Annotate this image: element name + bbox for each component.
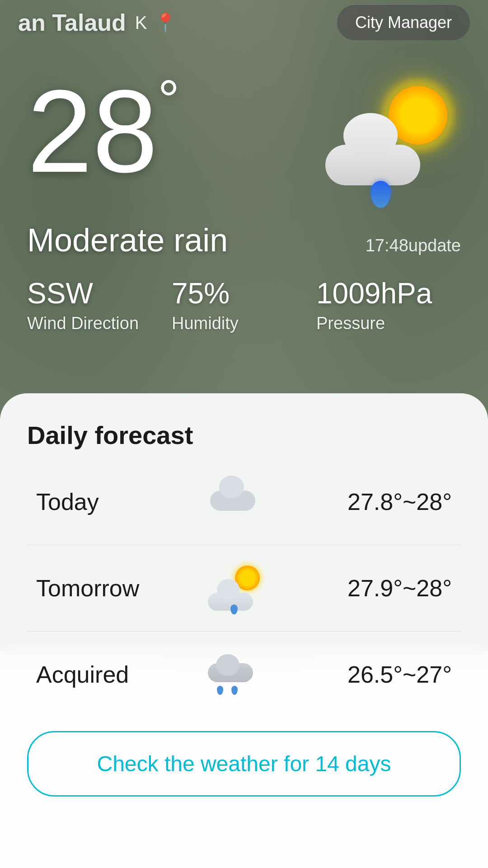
forecast-item-today: Today 27.8°~28° [27, 459, 461, 545]
temp-value: 28 [27, 66, 158, 197]
location-icon: 📍 [154, 12, 177, 33]
humidity-value: 75% [172, 277, 316, 310]
forecast-temp-today: 27.8°~28° [307, 488, 452, 515]
wind-direction-stat: SSW Wind Direction [27, 277, 172, 333]
forecast-icon-acquired [208, 652, 262, 697]
forecast-list: Today 27.8°~28° Tomorrow 27.9°~28° Acqui… [27, 459, 461, 717]
pc-drop-icon [230, 604, 238, 614]
forecast-item-tomorrow: Tomorrow 27.9°~28° [27, 545, 461, 632]
raindrop-icon [371, 181, 391, 208]
city-manager-button[interactable]: City Manager [337, 5, 470, 40]
wind-direction-label: Wind Direction [27, 314, 172, 333]
pressure-stat: 1009hPa Pressure [316, 277, 461, 333]
weather-main: 28° Moderate rain 17:48update SSW Wind D… [0, 54, 488, 351]
forecast-item-acquired: Acquired 26.5°~27° [27, 632, 461, 717]
weather-stats: SSW Wind Direction 75% Humidity 1009hPa … [27, 277, 461, 333]
temperature-display: 28° [27, 72, 179, 190]
rc-drop-2 [231, 686, 238, 695]
forecast-temp-acquired: 26.5°~27° [307, 661, 452, 688]
rc-drops-icon [217, 686, 238, 695]
check-14-days-button[interactable]: Check the weather for 14 days [27, 731, 461, 797]
pressure-label: Pressure [316, 314, 461, 333]
update-time: 17:48update [366, 236, 461, 255]
forecast-temp-tomorrow: 27.9°~28° [307, 575, 452, 602]
humidity-stat: 75% Humidity [172, 277, 316, 333]
rain-cloud-acquired-icon [208, 652, 262, 697]
rc-drop-1 [217, 686, 223, 695]
weather-icon-large [316, 81, 461, 208]
weather-desc-row: Moderate rain 17:48update [27, 222, 461, 259]
top-icons: K 📍 [135, 12, 177, 33]
forecast-day-acquired: Acquired [36, 661, 163, 688]
drop-shape [371, 181, 391, 208]
daily-forecast-title: Daily forecast [27, 420, 461, 450]
k-label: K [135, 13, 147, 33]
partly-cloudy-tomorrow-icon [208, 566, 262, 611]
cloud-today-icon [208, 479, 258, 511]
forecast-day-today: Today [36, 488, 163, 515]
wind-direction-value: SSW [27, 277, 172, 310]
forecast-icon-tomorrow [208, 566, 262, 611]
top-bar: an Talaud K 📍 City Manager [0, 0, 488, 45]
forecast-icon-today [208, 479, 262, 524]
bottom-card: Daily forecast Today 27.8°~28° Tomorrow … [0, 393, 488, 868]
cloud-icon [316, 127, 429, 185]
humidity-label: Humidity [172, 314, 316, 333]
weather-condition: Moderate rain [27, 222, 228, 259]
pressure-value: 1009hPa [316, 277, 461, 310]
city-name: an Talaud [18, 9, 126, 36]
city-name-area: an Talaud K 📍 [18, 9, 177, 36]
temp-weather-row: 28° [27, 72, 461, 208]
degree-symbol: ° [158, 69, 179, 130]
forecast-day-tomorrow: Tomorrow [36, 575, 163, 602]
